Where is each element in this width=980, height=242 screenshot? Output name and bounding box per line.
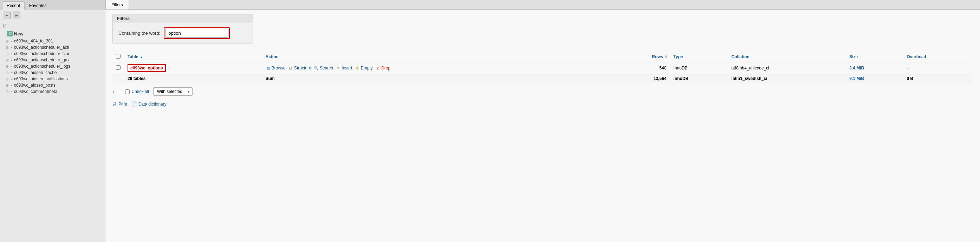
table-row: c693wc_options ☆ ▦ Browse ⊟ Structure bbox=[113, 62, 973, 74]
empty-link[interactable]: 🖹 Empty bbox=[355, 66, 373, 71]
insert-link[interactable]: ✎ Insert bbox=[336, 66, 352, 71]
structure-icon: ⊟ bbox=[288, 66, 293, 71]
col-checkbox bbox=[113, 52, 124, 62]
expand-icon: ⊞ bbox=[6, 84, 10, 87]
link-button[interactable]: ∞ bbox=[13, 11, 21, 19]
list-item[interactable]: ⊞ ▪ c693wc_commentmeta bbox=[0, 89, 105, 95]
item-label: c693wc_aioseo_cache bbox=[14, 70, 57, 75]
root-label: — — — bbox=[8, 24, 23, 28]
new-db-icon: ☰ bbox=[7, 31, 13, 36]
insert-icon: ✎ bbox=[336, 66, 340, 71]
tab-filters[interactable]: Filters bbox=[105, 0, 129, 9]
db-icon: ▪ bbox=[11, 64, 13, 68]
list-item[interactable]: ⊞ ▪ c693wc_actionscheduler_acti bbox=[0, 44, 105, 51]
list-item[interactable]: ⊞ ▪ c693wc_actionscheduler_clai bbox=[0, 51, 105, 57]
expand-icon: ⊞ bbox=[6, 90, 10, 93]
drop-label: Drop bbox=[381, 66, 390, 71]
item-label: c693wc_aioseo_notifications bbox=[14, 76, 68, 81]
structure-label: Structure bbox=[294, 66, 311, 71]
new-item-label: New bbox=[14, 31, 24, 36]
sidebar-tabs: Recent Favorites bbox=[0, 0, 105, 10]
item-label: c693wc_actionscheduler_clai bbox=[14, 51, 69, 56]
tree-root: ⊟ — — — bbox=[0, 22, 105, 30]
table-name-link[interactable]: c693wc_options bbox=[127, 64, 166, 72]
collapse-button[interactable]: − bbox=[3, 11, 11, 19]
check-all-label[interactable]: Check all bbox=[125, 89, 149, 94]
row-collation-cell: utf8mb4_unicode_ci bbox=[728, 62, 846, 74]
filter-input[interactable] bbox=[165, 29, 228, 38]
tab-recent[interactable]: Recent bbox=[2, 2, 25, 10]
db-icon: ▪ bbox=[11, 52, 13, 56]
browse-label: Browse bbox=[272, 66, 286, 71]
expand-icon: ⊞ bbox=[6, 65, 10, 68]
summary-checkbox-cell bbox=[113, 74, 124, 83]
summary-row: 29 tables Sum 13,564 InnoDB latin1_swedi… bbox=[113, 74, 973, 83]
table-header-row: Table ▲ Action Rows ℹ Type Collation Siz… bbox=[113, 52, 973, 62]
filters-header: Filters bbox=[113, 14, 253, 23]
expand-icon: ⊞ bbox=[6, 71, 10, 75]
db-icon: ▪ bbox=[11, 89, 13, 93]
dictionary-link[interactable]: 📄 Data dictionary bbox=[131, 101, 167, 107]
row-checkbox-cell bbox=[113, 62, 124, 74]
search-link[interactable]: 🔍 Search bbox=[314, 66, 333, 71]
sidebar-tree: ⊟ — — — ☰ New ⊞ ▪ c693wc_404_to_301 ⊞ ▪ … bbox=[0, 21, 105, 242]
col-table[interactable]: Table ▲ bbox=[124, 52, 262, 62]
print-icon: 🖨 bbox=[113, 101, 117, 107]
filters-box: Filters Containing the word: bbox=[113, 14, 253, 43]
db-icon: ▪ bbox=[11, 39, 13, 43]
row-type-cell: InnoDB bbox=[670, 62, 728, 74]
row-rows-cell: 540 bbox=[613, 62, 670, 74]
drop-link[interactable]: ⊘ Drop bbox=[375, 66, 390, 71]
tab-favorites[interactable]: Favorites bbox=[25, 2, 51, 10]
item-label: c693wc_actionscheduler_gro bbox=[14, 57, 68, 62]
filter-label: Containing the word: bbox=[118, 30, 160, 36]
row-checkbox[interactable] bbox=[116, 65, 121, 70]
up-line-icon: — bbox=[116, 89, 121, 94]
db-icon: ▪ bbox=[11, 45, 13, 49]
list-item[interactable]: ⊞ ▪ c693wc_aioseo_cache bbox=[0, 70, 105, 76]
structure-link[interactable]: ⊟ Structure bbox=[288, 66, 311, 71]
col-overhead: Overhead bbox=[903, 52, 973, 62]
col-rows: Rows ℹ bbox=[613, 52, 670, 62]
row-size-cell: 3.4 MiB bbox=[846, 62, 903, 74]
item-label: c693wc_actionscheduler_acti bbox=[14, 45, 69, 50]
col-collation: Collation bbox=[728, 52, 846, 62]
search-label: Search bbox=[320, 66, 333, 71]
summary-tables-cell: 29 tables bbox=[124, 74, 262, 83]
list-item[interactable]: ⊞ ▪ c693wc_actionscheduler_logs bbox=[0, 63, 105, 70]
bottom-controls: ↑ — Check all With selected: Browse Drop… bbox=[113, 86, 973, 97]
list-item[interactable]: ⊞ ▪ c693wc_actionscheduler_gro bbox=[0, 57, 105, 63]
list-item[interactable]: ⊞ ▪ c693wc_aioseo_notifications bbox=[0, 76, 105, 82]
browse-link[interactable]: ▦ Browse bbox=[266, 66, 286, 71]
check-all-checkbox[interactable] bbox=[125, 89, 130, 94]
new-database-item[interactable]: ☰ New bbox=[0, 30, 105, 38]
main-content: Filters Containing the word: Tabl bbox=[105, 10, 980, 242]
item-label: c693wc_commentmeta bbox=[14, 89, 57, 94]
favorite-star-icon[interactable]: ☆ bbox=[167, 65, 172, 71]
filters-body: Containing the word: bbox=[113, 23, 253, 43]
filter-row: Containing the word: bbox=[118, 27, 247, 39]
check-all-text: Check all bbox=[132, 89, 149, 94]
scroll-up-button[interactable]: ↑ — bbox=[113, 89, 121, 94]
print-link[interactable]: 🖨 Print bbox=[113, 101, 127, 107]
insert-label: Insert bbox=[342, 66, 352, 71]
db-icon: ▪ bbox=[11, 58, 13, 62]
db-icon: ▪ bbox=[11, 77, 13, 81]
results-table: Table ▲ Action Rows ℹ Type Collation Siz… bbox=[113, 52, 973, 83]
with-selected-select[interactable]: With selected: Browse Drop Empty bbox=[153, 87, 192, 96]
expand-icon: ⊞ bbox=[6, 52, 10, 56]
item-label: c693wc_404_to_301 bbox=[14, 39, 53, 43]
browse-icon: ▦ bbox=[266, 66, 270, 71]
sidebar: Recent Favorites − ∞ ⊟ — — — ☰ New ⊞ ▪ c… bbox=[0, 0, 105, 242]
expand-icon: ⊞ bbox=[6, 77, 10, 81]
sort-arrow-icon: ▲ bbox=[140, 55, 143, 59]
search-icon: 🔍 bbox=[314, 66, 319, 71]
list-item[interactable]: ⊞ ▪ c693wc_404_to_301 bbox=[0, 38, 105, 44]
db-icon: ▪ bbox=[11, 71, 13, 75]
row-actions-cell: ▦ Browse ⊟ Structure 🔍 Search ✎ bbox=[262, 62, 613, 74]
item-label: c693wc_actionscheduler_logs bbox=[14, 64, 70, 69]
dictionary-label: Data dictionary bbox=[138, 102, 167, 107]
header-checkbox[interactable] bbox=[116, 54, 121, 59]
up-arrow-icon: ↑ bbox=[113, 89, 115, 94]
list-item[interactable]: ⊞ ▪ c693wc_aioseo_posts bbox=[0, 82, 105, 89]
